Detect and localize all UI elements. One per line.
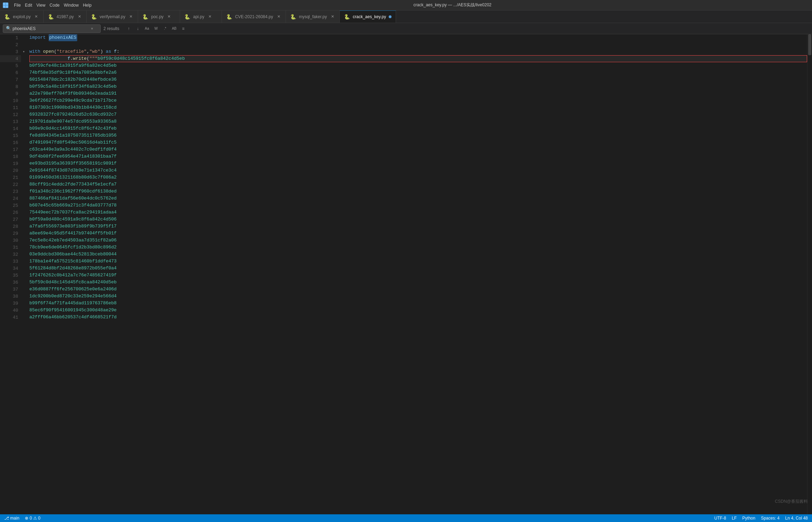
search-prev-button[interactable]: ↑ [125,25,132,32]
code-line-7: 601548478dc2c182b70d2448efbdce36 [29,76,807,83]
code-line-21: 01099450d361321168b80d63c7f086a2 [29,174,807,181]
tab-verifyemail[interactable]: 🐍 verifyemail.py ✕ [87,10,138,23]
menu-window[interactable]: Window [64,3,79,8]
menu-edit[interactable]: Edit [25,3,32,8]
search-close-button[interactable]: ≡ [179,25,187,32]
line-num-5: 5 [0,62,21,69]
tab-label-cve: CVE-2021-26084.py [235,14,273,19]
fold-empty-13 [21,118,27,125]
colon: : [117,48,120,55]
code-line-17: c63ca449e3a9a3c4402c7c0edf1fd0f4 [29,146,807,153]
scrollbar-thumb[interactable] [808,34,811,55]
hash-23: f01a348c236c1962f7f960cdf6138ded [29,188,117,195]
tab-crack[interactable]: 🐍 crack_aes_key.py [340,10,396,23]
code-line-18: 9df4b08f2fee6954e471a418301baa7f [29,153,807,160]
fold-empty-15 [21,132,27,139]
hash-18: 9df4b08f2fee6954e471a418301baa7f [29,153,117,160]
tab-bar: 🐍 exploit.py ✕ 🐍 41987.py ✕ 🐍 verifyemai… [0,10,812,23]
hash-19: ee93bd3195a36393ff35658191c9891f [29,160,117,167]
line-num-34: 34 [0,265,21,272]
line-num-10: 10 [0,97,21,104]
fold-empty-5 [21,62,27,69]
menu-help[interactable]: Help [83,3,92,8]
code-line-12: 69328327fc07924626d52c630cd932c7 [29,111,807,118]
code-area: 1 2 3 4 5 6 7 8 9 10 11 12 13 14 15 16 1 [0,34,812,514]
search-clear-icon[interactable]: ✕ [91,26,93,31]
tab-cve[interactable]: 🐍 CVE-2021-26084.py ✕ [222,10,286,23]
hash-29: a8ee69e4c95d5f4417b97404ff5fb01f [29,230,117,237]
fold-arrow-3[interactable]: ▾ [21,48,27,55]
code-line-11: 8107303c19908bd343b1b84430c158cd [29,104,807,111]
tab-close-api[interactable]: ✕ [207,14,213,20]
tab-close-41987[interactable]: ✕ [77,14,82,20]
menu-file[interactable]: File [14,3,21,8]
hash-12: 69328327fc07924626d52c630cd932c7 [29,111,117,118]
svg-rect-1 [6,3,8,5]
code-line-35: 1f2476262c0b412a7c76e7485627419f [29,272,807,279]
scrollbar[interactable] [807,34,812,514]
tab-icon-41987: 🐍 [48,14,54,20]
hash-15: fe8d894345e1a1075073511785db1056 [29,132,117,139]
hash-39: b99f6f74af71fa445dad119763786eb8 [29,300,117,307]
tab-close-mysql[interactable]: ✕ [330,14,335,20]
fold-empty-14 [21,125,27,132]
status-branch: ⎇ main [4,516,19,521]
line-num-28: 28 [0,223,21,230]
status-lang: Python [742,516,755,521]
hash-25: b607e45c65b669a271c3f4da03777d78 [29,202,117,209]
hash-16: d74910947fd8f549ec50616d4ab11fc5 [29,139,117,146]
fold-empty-20 [21,167,27,174]
fold-gutter: ▾ [21,34,27,514]
menu-view[interactable]: View [36,3,45,8]
fold-empty-9 [21,90,27,97]
hash-7: 601548478dc2c182b70d2448efbdce36 [29,76,117,83]
fold-empty-11 [21,104,27,111]
tab-close-cve[interactable]: ✕ [276,14,281,20]
line-num-30: 30 [0,237,21,244]
code-line-3: with open("tracefile","wb") as f: [29,48,807,55]
tab-close-exploit[interactable]: ✕ [34,14,39,20]
line-num-15: 15 [0,132,21,139]
hash-8: b0f59c5a48c18f915f34f6a823c4d5eb [29,83,117,90]
menu-code[interactable]: Code [50,3,60,8]
code-line-1: import phoenixAES [29,34,807,41]
tab-icon-api: 🐍 [184,14,190,20]
line-num-24: 24 [0,195,21,202]
search-whole-word-button[interactable]: W [152,25,160,32]
svg-rect-0 [3,3,5,5]
fold-empty-10 [21,97,27,104]
code-line-32: 03e9ddcbd306bae44c52813bceb80044 [29,251,807,258]
search-match-case-button[interactable]: Aa [143,25,151,32]
search-input-wrap[interactable]: 🔍 ✕ [3,24,101,33]
status-spaces: Spaces: 4 [761,516,779,521]
tab-api[interactable]: 🐍 api.py ✕ [180,10,222,23]
line-num-7: 7 [0,76,21,83]
search-icon: 🔍 [6,26,11,31]
tab-41987[interactable]: 🐍 41987.py ✕ [44,10,87,23]
line-num-21: 21 [0,174,21,181]
menu-bar[interactable]: File Edit View Code Window Help [14,3,92,8]
tab-exploit[interactable]: 🐍 exploit.py ✕ [0,10,44,23]
search-next-button[interactable]: ↓ [134,25,142,32]
code-content[interactable]: import phoenixAES with open("tracefile",… [27,34,807,514]
search-regex-button[interactable]: .* [161,25,169,32]
search-input[interactable] [13,26,89,31]
fold-empty-8 [21,83,27,90]
hash-30: 7ec5e8c42eb7ed4503aa7d351cf82a06 [29,237,117,244]
str-triple-quote-open: """ [89,55,98,62]
code-line-25: b607e45c65b669a271c3f4da03777d78 [29,202,807,209]
tab-mysql[interactable]: 🐍 mysql_faker.py ✕ [286,10,340,23]
tab-close-poc[interactable]: ✕ [166,14,172,20]
tab-label-crack: crack_aes_key.py [353,14,386,19]
tab-poc[interactable]: 🐍 poc.py ✕ [138,10,180,23]
code-line-20: 2e91644f8743d87d3b9e71e1347ce3c4 [29,167,807,174]
hash-11: 8107303c19908bd343b1b84430c158cd [29,104,117,111]
code-line-36: 5bf59c0d48c145d45fc8caa84240d5eb [29,279,807,286]
editor-main[interactable]: 1 2 3 4 5 6 7 8 9 10 11 12 13 14 15 16 1 [0,34,812,514]
hash-22: 88cff91c4eddc2fde773434f5e1ecfa7 [29,181,117,188]
line-num-17: 17 [0,146,21,153]
search-preserve-case-button[interactable]: AB [170,25,178,32]
dot: . [70,55,73,62]
tab-close-verifyemail[interactable]: ✕ [128,14,134,20]
code-line-37: e36d0887ff6fe256700625e0e6a2406d [29,286,807,293]
